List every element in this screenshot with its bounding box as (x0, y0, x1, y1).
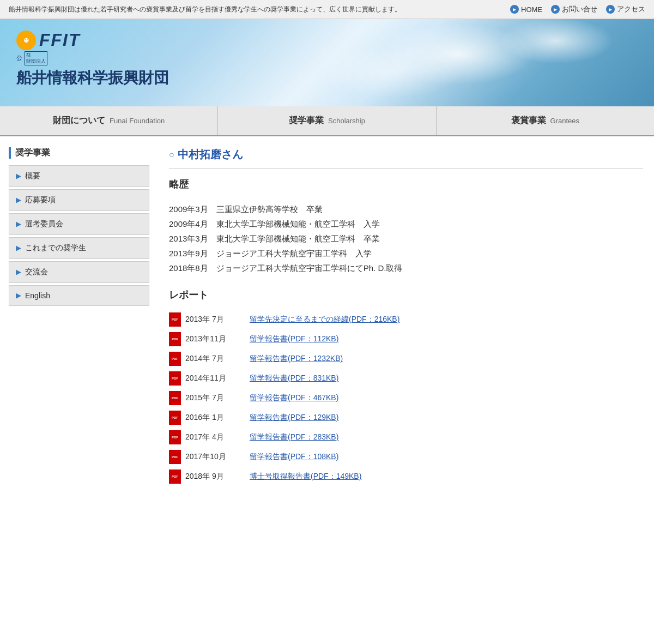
main-content: 奨学事業 ▶ 概要 ▶ 応募要項 ▶ 選考委員会 ▶ これまでの奨学生 ▶ 交流… (0, 136, 654, 500)
nav-foundation-label: 財団について (53, 115, 105, 127)
main-navigation: 財団について Funai Foundation 奨学事業 Scholarship… (0, 106, 654, 136)
list-item: 2014年11月 留学報告書(PDF：831KB) (169, 371, 643, 386)
list-item: 2015年 7月 留学報告書(PDF：467KB) (169, 391, 643, 405)
report-link[interactable]: 留学先決定に至るまでの経緯(PDF：216KB) (250, 315, 399, 324)
report-heading: レポート (169, 288, 643, 302)
sidebar-item-committee[interactable]: ▶ 選考委員会 (9, 213, 149, 235)
pdf-icon (169, 312, 181, 327)
pdf-icon (169, 352, 181, 366)
top-bar: 船井情報科学振興財団は優れた若手研究者への褒賞事業及び留学を目指す優秀な学生への… (0, 0, 654, 19)
bio-line-5: 2018年8月 ジョージア工科大学航空宇宙工学科にてPh. D.取得 (169, 261, 643, 275)
home-link[interactable]: HOME (510, 5, 542, 14)
sidebar-title: 奨学事業 (9, 147, 149, 159)
report-link[interactable]: 博士号取得報告書(PDF：149KB) (250, 472, 361, 482)
report-link[interactable]: 留学報告書(PDF：1232KB) (250, 354, 343, 364)
report-date: 2018年 9月 (185, 472, 245, 482)
circle-icon: ○ (169, 150, 174, 160)
logo-text: FFIT (39, 30, 81, 50)
nav-item-grantees[interactable]: 褒賞事業 Grantees (437, 106, 654, 135)
list-item: 2014年 7月 留学報告書(PDF：1232KB) (169, 352, 643, 366)
nav-grantees-sublabel: Grantees (550, 117, 579, 125)
subtitle-kanji: 益財団法人 (25, 51, 47, 65)
nav-scholarship-sublabel: Scholarship (328, 117, 365, 125)
sidebar-item-exchange[interactable]: ▶ 交流会 (9, 261, 149, 283)
sidebar-item-overview[interactable]: ▶ 概要 (9, 165, 149, 187)
sidebar-committee-label: 選考委員会 (25, 219, 63, 229)
home-icon (510, 5, 519, 14)
org-name: 船井情報科学振興財団 (16, 68, 169, 88)
logo-subtitle: 公 益財団法人 (16, 51, 169, 65)
arrow-icon: ▶ (16, 172, 21, 180)
arrow-icon: ▶ (16, 196, 21, 204)
sidebar-overview-label: 概要 (25, 171, 40, 181)
report-date: 2013年 7月 (185, 315, 245, 324)
reports-list: 2013年 7月 留学先決定に至るまでの経緯(PDF：216KB) 2013年1… (169, 312, 643, 484)
list-item: 2013年11月 留学報告書(PDF：112KB) (169, 332, 643, 346)
biography-section: 2009年3月 三重県立伊勢高等学校 卒業 2009年4月 東北大学工学部機械知… (169, 202, 643, 275)
bio-line-4: 2013年9月 ジョージア工科大学航空宇宙工学科 入学 (169, 246, 643, 261)
bio-line-3: 2013年3月 東北大学工学部機械知能・航空工学科 卒業 (169, 231, 643, 246)
contact-label: お問い合せ (562, 4, 597, 14)
nav-scholarship-label: 奨学事業 (289, 115, 324, 127)
bio-line-1: 2009年3月 三重県立伊勢高等学校 卒業 (169, 202, 643, 216)
logo-area: ⊕ FFIT 公 益財団法人 船井情報科学振興財団 (16, 30, 169, 88)
subtitle-prefix: 公 (16, 54, 22, 62)
sidebar: 奨学事業 ▶ 概要 ▶ 応募要項 ▶ 選考委員会 ▶ これまでの奨学生 ▶ 交流… (0, 147, 158, 489)
report-date: 2017年10月 (185, 452, 245, 462)
report-date: 2017年 4月 (185, 432, 245, 442)
nav-grantees-label: 褒賞事業 (511, 115, 546, 127)
report-link[interactable]: 留学報告書(PDF：831KB) (250, 374, 338, 383)
access-link[interactable]: アクセス (606, 4, 645, 14)
pdf-icon (169, 411, 181, 425)
sidebar-exchange-label: 交流会 (25, 267, 48, 277)
report-date: 2016年 1月 (185, 413, 245, 423)
sidebar-english-label: English (25, 291, 50, 300)
top-bar-description: 船井情報科学振興財団は優れた若手研究者への褒賞事業及び留学を目指す優秀な学生への… (9, 5, 510, 14)
sidebar-requirements-label: 応募要項 (25, 195, 56, 205)
nav-item-foundation[interactable]: 財団について Funai Foundation (0, 106, 218, 135)
bio-line-2: 2009年4月 東北大学工学部機械知能・航空工学科 入学 (169, 216, 643, 231)
report-date: 2014年 7月 (185, 354, 245, 364)
arrow-icon: ▶ (16, 220, 21, 228)
arrow-icon: ▶ (16, 268, 21, 276)
biography-heading: 略歴 (169, 178, 643, 191)
sidebar-item-past-scholars[interactable]: ▶ これまでの奨学生 (9, 237, 149, 259)
report-date: 2014年11月 (185, 374, 245, 383)
list-item: 2013年 7月 留学先決定に至るまでの経緯(PDF：216KB) (169, 312, 643, 327)
pdf-icon (169, 391, 181, 405)
report-link[interactable]: 留学報告書(PDF：108KB) (250, 452, 338, 462)
arrow-icon: ▶ (16, 292, 21, 299)
person-name: 中村拓磨さん (178, 147, 243, 162)
nav-foundation-sublabel: Funai Foundation (110, 117, 165, 125)
pdf-icon (169, 450, 181, 464)
pdf-icon (169, 332, 181, 346)
pdf-icon (169, 430, 181, 444)
nav-item-scholarship[interactable]: 奨学事業 Scholarship (218, 106, 436, 135)
person-title: ○ 中村拓磨さん (169, 147, 643, 169)
sidebar-item-english[interactable]: ▶ English (9, 285, 149, 306)
sidebar-past-scholars-label: これまでの奨学生 (25, 243, 86, 253)
report-date: 2013年11月 (185, 334, 245, 344)
report-link[interactable]: 留学報告書(PDF：129KB) (250, 413, 338, 423)
access-icon (606, 5, 615, 14)
list-item: 2016年 1月 留学報告書(PDF：129KB) (169, 411, 643, 425)
contact-icon (551, 5, 560, 14)
report-link[interactable]: 留学報告書(PDF：467KB) (250, 393, 338, 403)
content-area: ○ 中村拓磨さん 略歴 2009年3月 三重県立伊勢高等学校 卒業 2009年4… (158, 147, 654, 489)
logo-ffit: ⊕ FFIT (16, 30, 169, 50)
access-label: アクセス (617, 4, 645, 14)
list-item: 2017年 4月 留学報告書(PDF：283KB) (169, 430, 643, 444)
report-date: 2015年 7月 (185, 393, 245, 403)
report-link[interactable]: 留学報告書(PDF：283KB) (250, 432, 338, 442)
report-link[interactable]: 留学報告書(PDF：112KB) (250, 334, 338, 344)
logo-icon: ⊕ (16, 31, 36, 50)
home-label: HOME (521, 5, 542, 14)
pdf-icon (169, 470, 181, 484)
pdf-icon (169, 371, 181, 386)
top-navigation: HOME お問い合せ アクセス (510, 4, 645, 14)
list-item: 2018年 9月 博士号取得報告書(PDF：149KB) (169, 470, 643, 484)
list-item: 2017年10月 留学報告書(PDF：108KB) (169, 450, 643, 464)
header: ⊕ FFIT 公 益財団法人 船井情報科学振興財団 (0, 19, 654, 106)
sidebar-item-requirements[interactable]: ▶ 応募要項 (9, 189, 149, 211)
contact-link[interactable]: お問い合せ (551, 4, 597, 14)
